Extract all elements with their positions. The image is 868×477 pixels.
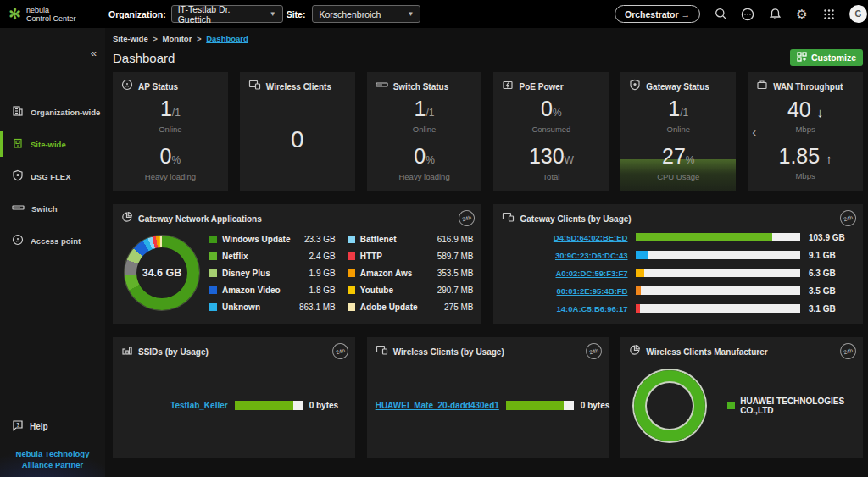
- client-mac-link[interactable]: 14:0A:C5:B6:96:17: [502, 304, 627, 313]
- ap-online-count: 1: [160, 97, 172, 120]
- legend-swatch: [209, 236, 217, 243]
- donut-center-total: 34.6 GB: [142, 267, 182, 279]
- breadcrumb-separator: >: [197, 34, 202, 43]
- chevron-down-icon: ▼: [408, 10, 415, 18]
- sidebar-collapse-icon[interactable]: «: [91, 47, 97, 59]
- breadcrumb: Site-wide > Monitor > Dashboard: [113, 34, 863, 43]
- arrow-up-icon: ↑: [826, 152, 832, 166]
- sidebar-item-usg-flex[interactable]: USG FLEX: [0, 160, 105, 192]
- sidebar-item-organization-wide[interactable]: Organization-wide: [0, 96, 105, 128]
- legend-item: Unknown863.1 MB: [209, 302, 336, 312]
- switch-heavy-loading-value: 0: [414, 144, 426, 168]
- legend-item: Disney Plus1.9 GB: [209, 269, 336, 278]
- notifications-bell-icon[interactable]: [768, 8, 782, 21]
- client-mac-link[interactable]: A0:02:DC:59:F3:F7: [502, 269, 627, 278]
- access-point-icon: [12, 234, 24, 247]
- legend-item: Amazon Aws353.5 MB: [348, 269, 474, 278]
- search-icon[interactable]: [714, 8, 727, 21]
- ssid-usage-row: Testlab_Keller 0 bytes: [121, 401, 347, 410]
- usage-bar: [636, 304, 800, 313]
- help-button[interactable]: ? Help: [0, 419, 105, 433]
- legend-label: Youtube: [360, 286, 437, 295]
- legend-label: Disney Plus: [222, 269, 309, 278]
- organization-select[interactable]: IT-Testlab Dr. Guettich ▼: [171, 5, 283, 23]
- card-title: Gateway Clients (by Usage): [520, 214, 631, 224]
- client-mac-link[interactable]: D4:5D:64:02:BE:ED: [502, 233, 627, 242]
- legend-value: 290.7 MB: [437, 286, 474, 295]
- manufacturer-donut-chart[interactable]: [634, 370, 705, 441]
- legend-value: 275 MB: [444, 302, 473, 312]
- legend-item: HTTP589.7 MB: [348, 252, 474, 261]
- legend-label: HUAWEI TECHNOLOGIES CO.,LTD: [740, 397, 854, 415]
- breadcrumb-site-wide[interactable]: Site-wide: [113, 34, 148, 43]
- wireless-client-link[interactable]: HUAWEI_Mate_20-dadd430ed1: [376, 401, 499, 410]
- partner-link-line1: Nebula Technology: [16, 449, 90, 458]
- switch-online-total: /1: [426, 107, 435, 119]
- partner-link[interactable]: Nebula Technology Alliance Partner: [0, 448, 105, 470]
- sidebar-item-access-point[interactable]: Access point: [0, 225, 105, 257]
- partner-link-line2: Alliance Partner: [22, 460, 83, 469]
- card-title: Wireless Clients (by Usage): [393, 347, 504, 357]
- legend-value: 589.7 MB: [437, 252, 474, 261]
- settings-gear-icon[interactable]: ⚙: [795, 8, 809, 21]
- shield-icon: [12, 169, 24, 183]
- legend-swatch: [209, 286, 217, 294]
- switch-icon: [376, 79, 388, 94]
- main-content: Site-wide > Monitor > Dashboard Dashboar…: [105, 28, 868, 477]
- svg-text:?: ?: [16, 422, 19, 428]
- orchestrator-button[interactable]: Orchestrator →: [615, 5, 700, 23]
- customize-button[interactable]: Customize: [790, 49, 863, 66]
- card-title: Wireless Clients Manufacturer: [646, 347, 767, 357]
- ap-heavy-loading-value: 0: [160, 144, 172, 168]
- usage-bar: [636, 286, 800, 295]
- chevron-down-icon: ▼: [270, 10, 276, 18]
- usage-value: 9.1 GB: [809, 251, 853, 260]
- usage-bar-fill: [506, 401, 564, 410]
- legend-column-left: Windows Update23.3 GB Netflix2.4 GB Disn…: [209, 235, 336, 312]
- sidebar-item-label: Switch: [31, 204, 58, 214]
- legend-item: Netflix2.4 GB: [209, 252, 336, 261]
- ssid-name-link[interactable]: Testlab_Keller: [121, 401, 228, 410]
- legend-swatch: [209, 252, 217, 260]
- sidebar-item-label: Site-wide: [31, 140, 66, 149]
- header-actions: Orchestrator → ⚙ G: [615, 5, 868, 23]
- legend-item: Battlenet616.9 MB: [348, 235, 474, 244]
- wireless-client-usage-row: HUAWEI_Mate_20-dadd430ed1 0 bytes: [376, 401, 601, 410]
- card-title: AP Status: [138, 82, 178, 92]
- legend-value: 863.1 MB: [299, 302, 336, 312]
- carousel-prev-icon[interactable]: ‹: [752, 124, 756, 138]
- organization-icon: [12, 105, 24, 119]
- sidebar-item-switch[interactable]: Switch: [0, 192, 105, 225]
- usage-bar-fill: [636, 251, 648, 259]
- client-mac-link[interactable]: 30:9C:23:D6:DC:43: [502, 251, 627, 260]
- applications-donut-chart[interactable]: 34.6 GB: [125, 236, 199, 310]
- breadcrumb-monitor[interactable]: Monitor: [163, 34, 192, 43]
- site-select[interactable]: Korschenbroich ▼: [312, 5, 420, 23]
- wan-upload-unit: Mbps: [779, 171, 832, 180]
- card-title: Wireless Clients: [266, 82, 331, 92]
- gateway-online-label: Online: [667, 125, 690, 134]
- poe-total-unit: W: [565, 154, 574, 166]
- usage-bar-fill: [636, 286, 640, 295]
- legend-item: Youtube290.7 MB: [348, 286, 474, 295]
- sidebar-item-site-wide[interactable]: Site-wide: [0, 128, 105, 160]
- more-options-icon[interactable]: [741, 8, 754, 21]
- card-title: Gateway Status: [646, 82, 709, 92]
- card-title: Switch Status: [393, 82, 449, 92]
- wan-download-value: 40: [787, 97, 811, 121]
- legend-label: Amazon Aws: [360, 269, 437, 278]
- client-mac-link[interactable]: 00:01:2E:95:4B:FB: [502, 286, 627, 296]
- site-icon: [12, 137, 24, 151]
- legend-swatch: [209, 269, 217, 277]
- usage-value: 3.5 GB: [809, 286, 853, 296]
- nebula-brand[interactable]: ✻ nebula Control Center: [0, 6, 105, 23]
- brand-line1: nebula: [26, 6, 49, 14]
- pie-chart-icon: [121, 211, 133, 226]
- site-label: Site:: [287, 9, 306, 19]
- apps-grid-icon[interactable]: [822, 8, 836, 21]
- sidebar-item-label: Organization-wide: [31, 108, 100, 117]
- legend-swatch: [209, 303, 217, 311]
- breadcrumb-dashboard[interactable]: Dashboard: [206, 34, 248, 43]
- user-avatar[interactable]: G: [849, 5, 867, 23]
- usage-value: 0 bytes: [309, 401, 347, 410]
